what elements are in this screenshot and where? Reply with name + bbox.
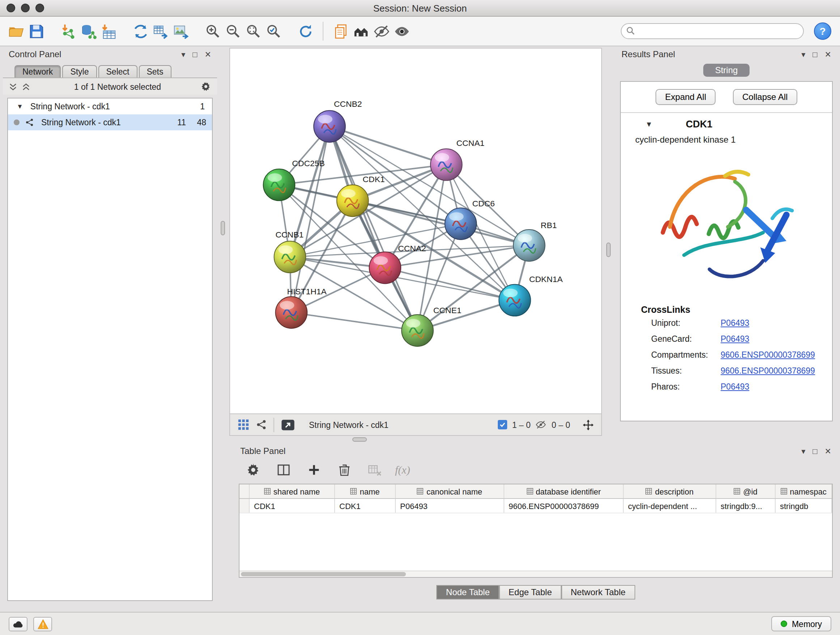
export-view-button[interactable] — [281, 419, 295, 431]
network-edge[interactable] — [330, 126, 417, 331]
panel-menu-icon[interactable]: ▾ — [801, 447, 805, 455]
splitter-handle-left[interactable] — [221, 221, 225, 235]
tab-sets[interactable]: Sets — [139, 65, 171, 78]
column-header-description[interactable]: description — [624, 485, 716, 498]
export-image-button[interactable] — [171, 21, 191, 41]
crosslink-value-link[interactable]: 9606.ENSP00000378699 — [721, 350, 815, 359]
clone-network-button[interactable] — [130, 21, 150, 41]
expand-all-icon[interactable] — [22, 82, 30, 91]
scrollbar-thumb[interactable] — [241, 572, 406, 576]
column-header-shared-name[interactable]: shared name — [249, 485, 335, 498]
table-row[interactable]: CDK1CDK1P064939606.ENSP00000378699cyclin… — [240, 499, 832, 513]
panel-menu-icon[interactable]: ▾ — [801, 50, 805, 58]
column-header-database-identifier[interactable]: database identifier — [504, 485, 624, 498]
open-session-button[interactable] — [6, 21, 26, 41]
refresh-layout-button[interactable] — [295, 21, 316, 41]
tree-expand-icon[interactable]: ▼ — [17, 103, 23, 110]
tab-style[interactable]: Style — [62, 65, 96, 78]
panel-close-icon[interactable]: ✕ — [825, 447, 831, 455]
tab-network[interactable]: Network — [14, 65, 61, 78]
panel-close-icon[interactable]: ✕ — [825, 50, 831, 58]
column-header-namespac[interactable]: namespac — [775, 485, 832, 498]
hide-selected-button[interactable] — [371, 21, 392, 41]
zoom-out-button[interactable] — [223, 21, 243, 41]
column-header-canonical-name[interactable]: canonical name — [396, 485, 504, 498]
network-node-cdk1[interactable] — [337, 185, 369, 217]
cell-shared-name[interactable]: CDK1 — [249, 499, 335, 513]
birdseye-grid-icon[interactable] — [237, 418, 249, 431]
table-gear-icon[interactable] — [243, 460, 264, 480]
zoom-selected-button[interactable] — [264, 21, 284, 41]
tab-select[interactable]: Select — [98, 65, 137, 78]
delete-column-icon[interactable] — [334, 460, 355, 480]
network-edge[interactable] — [330, 126, 529, 245]
select-columns-icon[interactable] — [273, 460, 294, 480]
network-row-selected[interactable]: String Network - cdk1 11 48 — [8, 114, 212, 130]
panel-menu-icon[interactable]: ▾ — [181, 50, 185, 58]
network-node-ccnb2[interactable] — [314, 111, 346, 142]
splitter-handle-right[interactable] — [606, 242, 611, 257]
network-edge[interactable] — [330, 126, 447, 165]
selected-checkbox-icon[interactable] — [498, 420, 507, 429]
hidden-eye-icon[interactable] — [536, 419, 546, 430]
cell-description[interactable]: cyclin-dependent ... — [624, 499, 716, 513]
save-session-button[interactable] — [26, 21, 46, 41]
panel-float-icon[interactable]: □ — [813, 50, 817, 58]
network-collection-row[interactable]: ▼ String Network - cdk1 1 — [8, 98, 212, 114]
cell-canonical-name[interactable]: P06493 — [396, 499, 504, 513]
zoom-in-button[interactable] — [202, 21, 223, 41]
help-button[interactable]: ? — [814, 22, 831, 40]
network-node-ccnb1[interactable] — [274, 241, 306, 273]
table-horizontal-scrollbar[interactable] — [240, 570, 832, 577]
network-node-cdc6[interactable] — [445, 208, 477, 240]
cell--id[interactable]: stringdb:9... — [716, 499, 775, 513]
first-neighbors-button[interactable] — [351, 21, 371, 41]
import-network-file-button[interactable] — [58, 21, 78, 41]
import-table-button[interactable] — [98, 21, 118, 41]
network-node-rb1[interactable] — [513, 230, 545, 261]
panel-float-icon[interactable]: □ — [193, 50, 197, 58]
import-network-database-button[interactable] — [78, 21, 98, 41]
panel-float-icon[interactable]: □ — [813, 447, 817, 455]
network-node-ccna2[interactable] — [369, 252, 401, 284]
expand-all-button[interactable]: Expand All — [656, 89, 715, 105]
show-all-button[interactable] — [392, 21, 412, 41]
tab-network-table[interactable]: Network Table — [561, 585, 635, 600]
crosslink-value-link[interactable]: P06493 — [721, 318, 749, 327]
collapse-all-button[interactable]: Collapse All — [733, 89, 797, 105]
network-node-cdkn1a[interactable] — [499, 284, 531, 316]
network-canvas[interactable]: CCNB2CCNA1CDC25BCDK1CDC6RB1CCNB1CCNA2CDK… — [229, 48, 602, 414]
collapse-all-icon[interactable] — [9, 82, 17, 91]
gear-icon[interactable] — [201, 81, 211, 92]
network-graph[interactable]: CCNB2CCNA1CDC25BCDK1CDC6RB1CCNB1CCNA2CDK… — [230, 49, 601, 413]
splitter-handle-bottom[interactable] — [352, 437, 367, 442]
warning-button[interactable] — [33, 616, 52, 631]
crosslink-value-link[interactable]: 9606.ENSP00000378699 — [721, 366, 815, 375]
tab-edge-table[interactable]: Edge Table — [499, 585, 561, 600]
network-node-ccna1[interactable] — [431, 149, 462, 181]
cell-name[interactable]: CDK1 — [335, 499, 396, 513]
cell-database-identifier[interactable]: 9606.ENSP00000378699 — [504, 499, 624, 513]
add-column-icon[interactable] — [304, 460, 324, 480]
column-header-name[interactable]: name — [335, 485, 396, 498]
tab-string[interactable]: String — [704, 64, 750, 77]
network-node-hist1h1a[interactable] — [276, 296, 308, 328]
crosslink-value-link[interactable]: P06493 — [721, 334, 749, 343]
search-input[interactable] — [621, 23, 804, 39]
new-network-from-selection-button[interactable] — [150, 21, 171, 41]
tab-node-table[interactable]: Node Table — [437, 585, 499, 600]
crosslink-value-link[interactable]: P06493 — [721, 382, 749, 391]
zoom-fit-button[interactable] — [243, 21, 264, 41]
panel-close-icon[interactable]: ✕ — [205, 50, 211, 58]
network-edge[interactable] — [353, 201, 529, 245]
document-copy-button[interactable] — [331, 21, 351, 41]
cloud-button[interactable] — [9, 616, 27, 631]
memory-button[interactable]: Memory — [772, 616, 831, 631]
share-view-icon[interactable] — [256, 419, 267, 430]
pan-crosshair-icon[interactable] — [583, 419, 594, 431]
network-edge[interactable] — [291, 312, 417, 331]
protein-expand-icon[interactable]: ▼ — [645, 120, 653, 128]
cell-namespac[interactable]: stringdb — [775, 499, 832, 513]
network-node-cdc25b[interactable] — [264, 169, 295, 201]
column-header--id[interactable]: @id — [716, 485, 775, 498]
